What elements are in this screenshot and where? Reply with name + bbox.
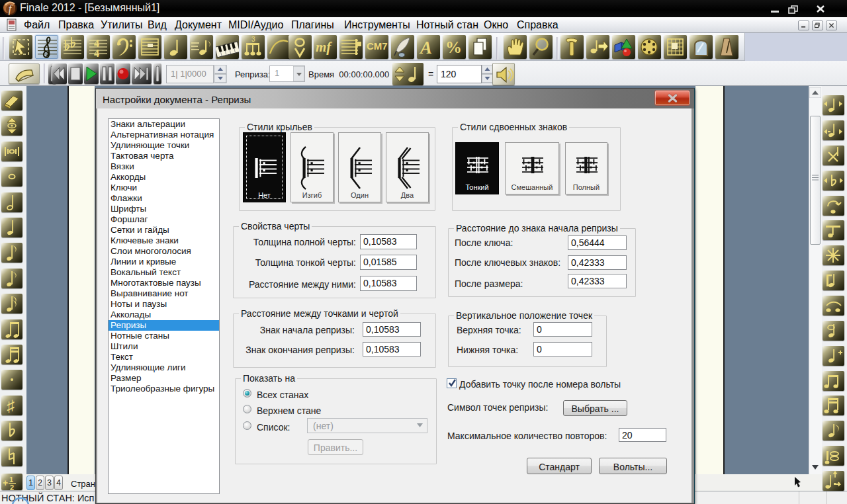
svg-text:CM7: CM7 [367,40,388,52]
svg-text:4: 4 [94,48,99,59]
svg-text:%: % [445,38,462,56]
svg-text:1: 1 [9,476,13,483]
svg-text:2: 2 [10,483,14,491]
svg-text:3: 3 [251,36,255,43]
svg-text:♯: ♯ [7,398,15,415]
svg-text:+: + [3,478,8,488]
svg-text:A: A [419,38,432,58]
svg-text:mf: mf [316,39,332,55]
